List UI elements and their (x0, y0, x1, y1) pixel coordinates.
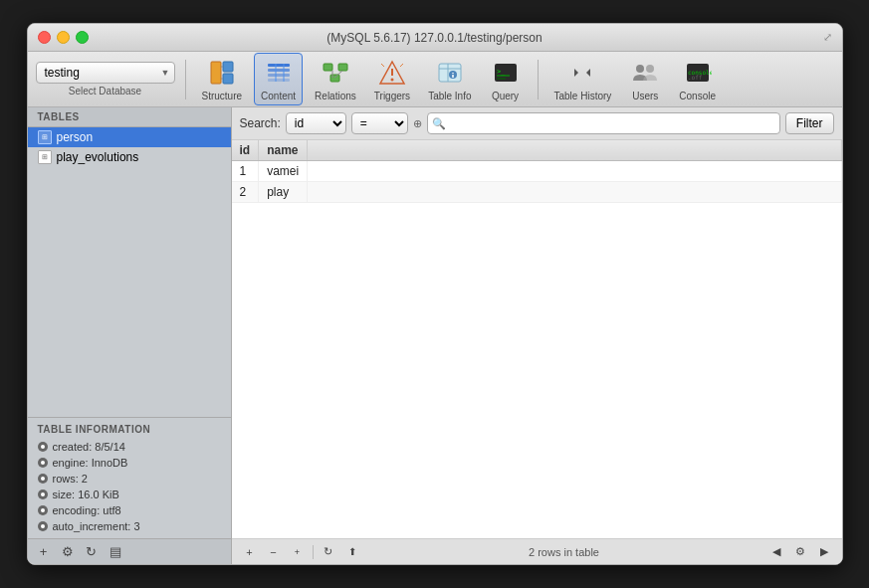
info-item-encoding: encoding: utf8 (28, 502, 231, 518)
table-header-row: id name (232, 140, 842, 161)
toolbar-btn-table-history[interactable]: Table History (548, 54, 618, 104)
info-dot-auto-increment (38, 521, 48, 531)
data-table-wrap: id name 1vamei2play (232, 140, 842, 538)
toolbar-separator-1 (185, 60, 186, 99)
sidebar: TABLES ⊞ person ⊞ play_evolutions TABLE … (28, 107, 232, 564)
toolbar-btn-users[interactable]: Users (623, 54, 667, 104)
toolbar-btn-triggers[interactable]: Triggers (368, 54, 416, 104)
toolbar-btn-table-info[interactable]: Table Info (422, 54, 477, 104)
svg-rect-12 (338, 64, 347, 71)
sidebar-refresh-button[interactable]: ↻ (82, 542, 102, 562)
search-label: Search: (240, 116, 281, 130)
titlebar: (MySQL 5.6.17) 127.0.0.1/testing/person … (28, 24, 842, 52)
table-history-label: Table History (554, 91, 612, 101)
svg-point-18 (390, 79, 393, 82)
sidebar-bottom-toolbar: + ⚙ ↻ ▤ (28, 538, 231, 564)
traffic-lights (38, 31, 89, 44)
info-label-auto-increment: auto_increment: 3 (53, 520, 140, 532)
sidebar-add-button[interactable]: + (34, 542, 54, 562)
content-area: Search: id name = != LIKE ⊕ 🔍 Filter (232, 107, 842, 564)
info-item-auto-increment: auto_increment: 3 (28, 518, 231, 534)
svg-point-33 (636, 65, 644, 73)
svg-text:.off: .off (688, 74, 703, 81)
tables-list: ⊞ person ⊞ play_evolutions (28, 127, 231, 417)
database-select-container[interactable]: testing ▼ (36, 62, 175, 84)
toolbar-btn-structure[interactable]: Structure (196, 54, 249, 104)
cell-name: play (259, 182, 308, 203)
info-label-rows: rows: 2 (53, 473, 88, 485)
toolbar-btn-query[interactable]: >_ Query (484, 54, 528, 104)
table-info-header: TABLE INFORMATION (28, 422, 231, 439)
tables-header: TABLES (28, 107, 231, 127)
search-field-select[interactable]: id name (286, 112, 346, 134)
console-label: Console (679, 91, 716, 101)
close-button[interactable] (38, 31, 51, 44)
cell-id: 2 (232, 182, 259, 203)
database-select-group: testing ▼ Select Database (36, 62, 175, 97)
content-prev-button[interactable]: ◀ (766, 542, 786, 562)
svg-rect-11 (324, 64, 332, 71)
svg-text:>_: >_ (497, 68, 506, 76)
table-icon-person: ⊞ (38, 130, 52, 144)
window-title: (MySQL 5.6.17) 127.0.0.1/testing/person (326, 31, 542, 45)
table-info-section: TABLE INFORMATION created: 8/5/14 engine… (28, 417, 231, 538)
main-window: (MySQL 5.6.17) 127.0.0.1/testing/person … (27, 23, 843, 565)
maximize-button[interactable] (76, 31, 89, 44)
content-settings-button[interactable]: ⚙ (790, 542, 810, 562)
search-input[interactable] (450, 116, 775, 130)
info-dot-rows (38, 474, 48, 484)
cell-empty (308, 161, 841, 182)
toolbar-btn-content[interactable]: Content (254, 53, 303, 105)
info-label-encoding: encoding: utf8 (53, 504, 121, 516)
triggers-label: Triggers (374, 91, 410, 101)
minimize-button[interactable] (57, 31, 70, 44)
sidebar-filter-button[interactable]: ▤ (106, 542, 125, 562)
search-operator-select[interactable]: = != LIKE (351, 112, 408, 134)
cell-name: vamei (259, 161, 308, 182)
cell-empty (308, 182, 841, 203)
toolbar-btn-relations[interactable]: Relations (309, 54, 362, 104)
search-magnifier-icon: 🔍 (432, 117, 446, 130)
svg-rect-13 (330, 75, 339, 82)
content-label: Content (261, 91, 296, 101)
svg-rect-5 (268, 64, 290, 67)
relations-label: Relations (315, 91, 356, 101)
sidebar-item-person[interactable]: ⊞ person (28, 127, 231, 147)
sidebar-settings-button[interactable]: ⚙ (58, 542, 78, 562)
table-history-icon (566, 57, 598, 89)
table-row[interactable]: 1vamei (232, 161, 842, 182)
users-label: Users (632, 91, 658, 101)
toolbar-separator-2 (538, 60, 539, 99)
col-header-name[interactable]: name (259, 140, 308, 161)
table-row[interactable]: 2play (232, 182, 842, 203)
toolbar-btn-console[interactable]: console .off Console (673, 54, 722, 104)
cell-id: 1 (232, 161, 259, 182)
svg-marker-32 (586, 69, 590, 77)
info-dot-size (38, 490, 48, 499)
info-dot-created (38, 442, 48, 452)
table-name-person: person (57, 130, 94, 144)
content-add-button[interactable]: + (240, 542, 260, 562)
content-remove-button[interactable]: − (264, 542, 284, 562)
resize-icon[interactable]: ⤢ (823, 31, 832, 44)
filter-button[interactable]: Filter (785, 112, 834, 134)
search-bar: Search: id name = != LIKE ⊕ 🔍 Filter (232, 107, 842, 140)
col-header-id[interactable]: id (232, 140, 259, 161)
console-icon: console .off (682, 57, 714, 89)
content-next-button[interactable]: ▶ (814, 542, 834, 562)
users-icon (629, 57, 661, 89)
svg-line-19 (381, 64, 384, 67)
info-label-size: size: 16.0 KiB (53, 489, 119, 500)
search-operator-toggle[interactable]: ⊕ (413, 117, 422, 130)
svg-rect-1 (223, 62, 233, 72)
sidebar-item-play-evolutions[interactable]: ⊞ play_evolutions (28, 147, 231, 167)
content-icon (263, 57, 295, 89)
content-export-button[interactable]: ⬆ (342, 542, 362, 562)
triggers-icon (376, 57, 408, 89)
table-name-play-evolutions: play_evolutions (57, 150, 139, 164)
structure-icon (206, 57, 238, 89)
info-dot-encoding (38, 505, 48, 515)
database-select[interactable]: testing (36, 62, 175, 84)
content-refresh-button[interactable]: ↻ (319, 542, 338, 562)
content-duplicate-button[interactable]: + (288, 542, 308, 562)
